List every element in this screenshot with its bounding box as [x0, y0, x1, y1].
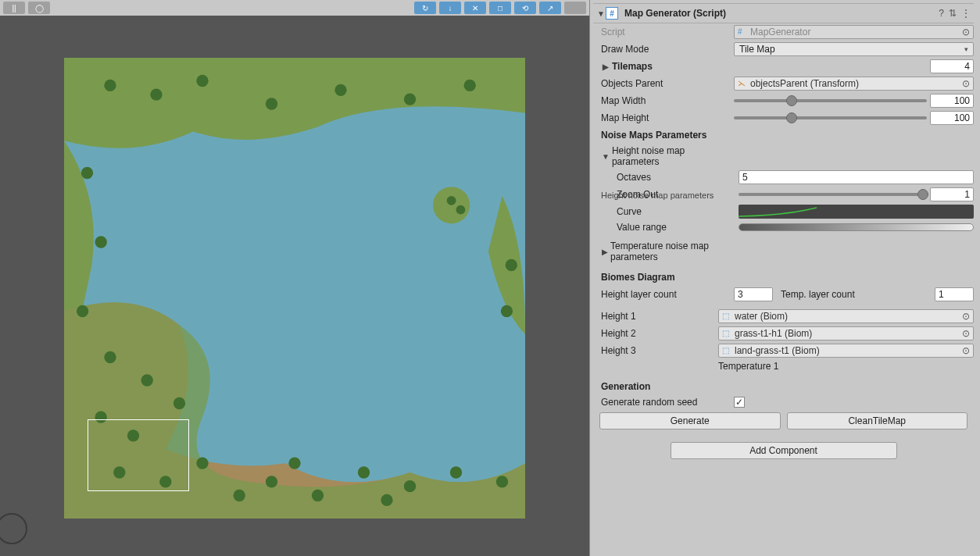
svg-point-8: [464, 79, 476, 91]
object-picker-icon[interactable]: ⊙: [962, 311, 970, 322]
height2-value: grass-t1-h1 (Biom): [735, 328, 812, 339]
svg-point-25: [447, 196, 456, 205]
svg-point-29: [95, 411, 107, 422]
tilemaps-foldout[interactable]: ▶: [601, 62, 610, 71]
random-seed-checkbox[interactable]: ✓: [734, 397, 745, 408]
script-icon: #: [606, 7, 618, 20]
object-picker-icon[interactable]: ⊙: [962, 27, 970, 37]
svg-point-6: [334, 84, 346, 95]
toolbar-btn-blue-4[interactable]: □: [489, 2, 511, 14]
svg-point-18: [312, 489, 324, 501]
generate-button[interactable]: Generate: [599, 412, 781, 429]
tilemaps-label[interactable]: ▶ Tilemaps: [601, 61, 734, 72]
biomes-header: Biomes Diagram: [593, 269, 974, 286]
svg-point-13: [141, 374, 153, 386]
curve-field[interactable]: [739, 205, 974, 219]
object-picker-icon[interactable]: ⊙: [962, 328, 970, 339]
svg-point-7: [404, 93, 416, 105]
biom-icon: ⬚: [722, 346, 731, 355]
transform-icon: ⋋: [738, 79, 747, 88]
height-layer-count-field[interactable]: [734, 287, 773, 301]
script-asset-icon: #: [738, 27, 747, 37]
height1-field[interactable]: ⬚ water (Biom) ⊙: [718, 309, 974, 323]
svg-point-26: [456, 205, 466, 214]
toolbar-btn-blue-6[interactable]: ↗: [539, 2, 561, 14]
height2-field[interactable]: ⬚ grass-t1-h1 (Biom) ⊙: [718, 326, 974, 340]
map-height-slider[interactable]: [734, 111, 927, 125]
foldout-toggle[interactable]: ▼: [596, 9, 606, 18]
gizmo-circle: [0, 513, 27, 544]
generation-header: Generation: [593, 378, 974, 395]
svg-point-15: [127, 429, 139, 441]
component-header[interactable]: ▼ # Map Generator (Script) ? ⇅ ⋮: [593, 3, 974, 23]
svg-point-4: [196, 74, 208, 86]
objects-parent-value: objectsParent (Transform): [750, 78, 859, 89]
drawmode-dropdown[interactable]: Tile Map: [734, 42, 974, 56]
temp-layer-count-label: Temp. layer count: [781, 289, 855, 300]
drawmode-label: Draw Mode: [601, 44, 734, 55]
clean-tilemap-button[interactable]: CleanTileMap: [787, 412, 968, 429]
script-value: MapGenerator: [750, 27, 810, 37]
svg-point-19: [358, 466, 370, 478]
help-icon[interactable]: ?: [939, 8, 944, 19]
height2-label: Height 2: [601, 328, 718, 339]
svg-point-30: [234, 489, 245, 501]
add-component-button[interactable]: Add Component: [671, 442, 897, 459]
svg-point-17: [266, 476, 277, 487]
script-field: # MapGenerator ⊙: [734, 25, 974, 39]
height1-label: Height 1: [601, 311, 718, 322]
object-picker-icon[interactable]: ⊙: [962, 345, 970, 356]
height3-label: Height 3: [601, 345, 718, 356]
map-width-value[interactable]: [930, 94, 974, 108]
noise-header: Noise Maps Parameters: [593, 127, 974, 144]
toolbar-btn-blue-3[interactable]: ✕: [464, 2, 486, 14]
zoom-out-slider[interactable]: [739, 187, 927, 201]
preset-icon[interactable]: ⇅: [949, 8, 957, 19]
svg-point-11: [77, 305, 88, 316]
drawmode-value: Tile Map: [739, 44, 775, 55]
biom-icon: ⬚: [722, 312, 731, 321]
svg-point-24: [501, 305, 513, 316]
svg-point-28: [159, 476, 171, 487]
toolbar-btn-blue-5[interactable]: ⟲: [514, 2, 536, 14]
menu-icon[interactable]: ⋮: [961, 8, 971, 19]
height-layer-count-label: Height layer count: [601, 289, 734, 300]
overlap-label: Height noise map parameters: [601, 191, 714, 200]
toolbar-btn-circle[interactable]: ◯: [28, 2, 50, 14]
temp-noise-header[interactable]: ▶ Temperature noise map parameters: [601, 241, 734, 262]
svg-point-16: [196, 457, 208, 469]
object-picker-icon[interactable]: ⊙: [962, 78, 970, 89]
curve-label: Curve: [617, 206, 739, 217]
zoom-out-value[interactable]: [930, 187, 974, 201]
svg-point-3: [150, 88, 162, 100]
map-svg: [64, 58, 525, 519]
svg-point-27: [113, 466, 125, 478]
map-preview: [64, 58, 525, 519]
svg-point-2: [104, 79, 116, 91]
toolbar-btn-grey[interactable]: [564, 2, 586, 14]
value-range-label: Value range: [617, 222, 739, 233]
toolbar-btn-blue-2[interactable]: ↓: [439, 2, 461, 14]
svg-point-23: [506, 258, 517, 270]
octaves-field[interactable]: [739, 170, 974, 184]
objects-parent-label: Objects Parent: [601, 78, 734, 89]
map-height-label: Map Height: [601, 112, 734, 123]
toolbar-btn[interactable]: ||: [3, 2, 25, 14]
svg-point-5: [266, 98, 277, 109]
octaves-label: Octaves: [617, 172, 739, 183]
height-noise-header[interactable]: ▼ Height noise map parameters: [601, 145, 734, 167]
scene-viewport[interactable]: || ◯ ↻ ↓ ✕ □ ⟲ ↗: [0, 0, 589, 556]
temp-noise-foldout[interactable]: ▶: [601, 248, 609, 256]
temp-layer-count-field[interactable]: [935, 287, 974, 301]
height3-value: land-grass-t1 (Biom): [735, 345, 820, 356]
height3-field[interactable]: ⬚ land-grass-t1 (Biom) ⊙: [718, 344, 974, 358]
map-height-value[interactable]: [930, 111, 974, 125]
svg-point-22: [496, 476, 508, 487]
map-width-slider[interactable]: [734, 94, 927, 108]
tilemaps-count[interactable]: [930, 59, 974, 73]
objects-parent-field[interactable]: ⋋ objectsParent (Transform) ⊙: [734, 77, 974, 91]
height1-value: water (Biom): [735, 311, 788, 322]
toolbar-btn-blue-1[interactable]: ↻: [414, 2, 436, 14]
height-noise-foldout[interactable]: ▼: [601, 152, 610, 161]
value-range-slider[interactable]: [739, 223, 974, 231]
